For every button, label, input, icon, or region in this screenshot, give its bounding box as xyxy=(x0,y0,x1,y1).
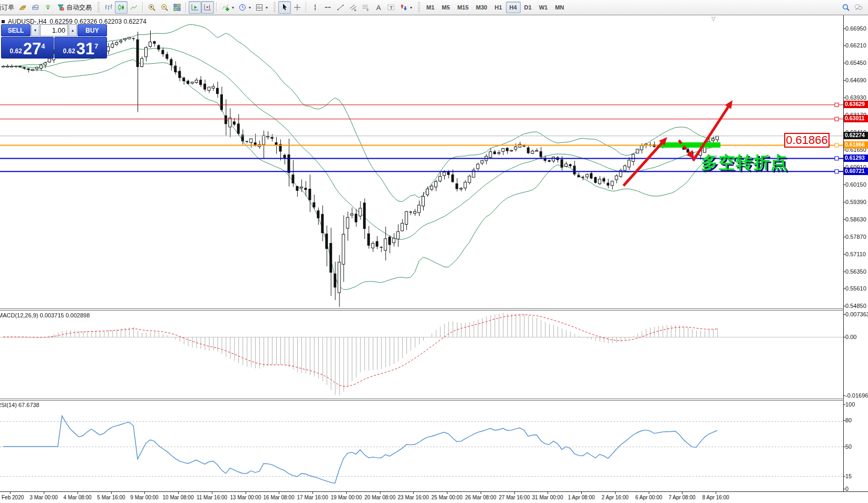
cursor-button[interactable] xyxy=(278,1,291,14)
time-tick-label: 23 Mar 16:00 xyxy=(398,495,429,500)
dropdown-caret-icon[interactable]: ▾ xyxy=(410,5,412,10)
crosshair-button[interactable] xyxy=(291,1,304,14)
price-chart-canvas[interactable] xyxy=(0,15,843,492)
time-tick-label: 17 Mar 16:00 xyxy=(297,495,328,500)
dropdown-caret-icon[interactable]: ▾ xyxy=(266,5,268,10)
timeframe-M1-label: M1 xyxy=(426,4,434,11)
time-tick-label: 31 Mar 00:00 xyxy=(532,495,563,500)
chart-shift-button[interactable] xyxy=(201,1,214,14)
tile-windows-button[interactable] xyxy=(171,1,183,14)
metaeditor-button[interactable] xyxy=(29,1,42,14)
time-tick-mark xyxy=(346,492,347,494)
time-tick-mark xyxy=(10,492,11,494)
time-tick-mark xyxy=(144,492,145,494)
pane-separator[interactable] xyxy=(0,310,868,311)
price-tick-label: 0.56350 xyxy=(845,268,866,275)
price-callout[interactable]: 0.61866 xyxy=(784,133,830,148)
sell-price[interactable]: 0.62 27 4 xyxy=(1,37,54,59)
dropdown-caret-icon[interactable]: ▾ xyxy=(249,5,251,10)
buy-button[interactable]: BUY xyxy=(77,24,107,36)
chat-button[interactable] xyxy=(852,1,865,14)
fibonacci-button[interactable]: F xyxy=(359,1,372,14)
annotation-text[interactable]: 多空转折点 xyxy=(701,151,788,175)
indicator-tick-label: 50 xyxy=(845,443,852,450)
price-tick-label: 0.54850 xyxy=(845,303,866,309)
timeframe-W1[interactable]: W1 xyxy=(535,2,552,13)
time-tick-mark xyxy=(682,492,682,494)
timeframe-H4[interactable]: H4 xyxy=(506,2,521,13)
timeframe-MN-label: MN xyxy=(555,4,564,11)
vertical-line-button[interactable] xyxy=(309,1,321,14)
dropdown-caret-icon[interactable]: ▾ xyxy=(232,5,234,10)
time-tick-mark xyxy=(514,492,515,494)
time-axis[interactable]: Feb 20203 Mar 00:004 Mar 08:005 Mar 16:0… xyxy=(0,492,868,503)
indicators-button[interactable]: ▾ xyxy=(219,1,236,14)
svg-text:A: A xyxy=(376,4,381,12)
timeframe-M5[interactable]: M5 xyxy=(438,2,453,13)
time-tick-mark xyxy=(279,492,279,494)
candlestick-chart-button[interactable] xyxy=(115,1,128,14)
bar-chart-button[interactable] xyxy=(102,1,115,14)
price-tick-label: 0.57870 xyxy=(845,234,866,240)
arrows-button[interactable]: ▾ xyxy=(397,1,414,14)
price-axis[interactable]: 0.669500.662100.654500.646900.639300.631… xyxy=(844,15,868,491)
equidistant-channel-button[interactable]: E xyxy=(347,1,359,14)
pane-separator[interactable] xyxy=(0,400,868,401)
timeframe-M1[interactable]: M1 xyxy=(423,2,438,13)
indicator-tick-label: 100 xyxy=(845,401,855,408)
time-tick-mark xyxy=(111,492,112,494)
line-chart-button[interactable] xyxy=(128,1,140,14)
chart-top-border xyxy=(0,15,868,15)
toolbar-separator xyxy=(186,2,187,13)
timeframe-H1-label: H1 xyxy=(494,4,502,11)
toolbar-handle[interactable] xyxy=(97,2,100,13)
text-button[interactable]: A xyxy=(372,1,385,14)
templates-button[interactable]: ▾ xyxy=(253,1,270,14)
time-tick-label: 7 Apr 08:00 xyxy=(668,495,695,500)
volume-decrease-button[interactable]: ▼ xyxy=(31,24,40,36)
time-tick-label: 4 Mar 08:00 xyxy=(63,495,91,500)
trendline-button[interactable] xyxy=(334,1,347,14)
new-order-button-label: 新订单 xyxy=(0,3,14,12)
timeframe-MN[interactable]: MN xyxy=(551,2,568,13)
toolbar-right xyxy=(840,1,865,14)
volume-input[interactable] xyxy=(40,24,68,36)
zoom-in-button[interactable] xyxy=(145,1,158,14)
timeframe-M15[interactable]: M15 xyxy=(454,2,472,13)
price-tick-label: 0.65450 xyxy=(845,60,866,66)
price-tick-label: 0.66950 xyxy=(845,25,866,32)
timeframe-D1-label: D1 xyxy=(524,4,532,11)
search-button[interactable] xyxy=(840,1,852,14)
pane-separator[interactable] xyxy=(0,399,868,399)
toolbar-handle[interactable] xyxy=(418,2,420,13)
price-tick-label: 0.58630 xyxy=(845,216,866,223)
toolbar-handle[interactable] xyxy=(274,2,276,13)
periods-button[interactable]: ▾ xyxy=(236,1,253,14)
time-tick-label: 19 Mar 00:00 xyxy=(331,495,362,500)
horizontal-line-button[interactable] xyxy=(321,1,334,14)
text-label-button[interactable]: T xyxy=(385,1,397,14)
timeframe-D1[interactable]: D1 xyxy=(521,2,535,13)
timeframe-M30[interactable]: M30 xyxy=(472,2,491,13)
autotrading-button[interactable]: 自动交易 xyxy=(54,1,94,14)
time-tick-mark xyxy=(413,492,414,494)
buy-price[interactable]: 0.62 31 7 xyxy=(54,37,107,59)
zoom-out-button[interactable] xyxy=(158,1,171,14)
time-tick-label: Feb 2020 xyxy=(2,495,24,500)
time-tick-label: 1 Apr 08:00 xyxy=(568,495,594,500)
gold-bar-button[interactable] xyxy=(16,1,29,14)
time-tick-mark xyxy=(246,492,246,494)
price-tick-label: 0.55610 xyxy=(845,285,866,292)
time-tick-label: 6 Apr 00:00 xyxy=(635,495,662,500)
chart-shift-marker[interactable]: ▽ xyxy=(711,16,716,22)
time-tick-label: 16 Mar 08:00 xyxy=(264,495,295,500)
auto-scroll-button[interactable] xyxy=(189,1,201,14)
signal-button[interactable] xyxy=(42,1,54,14)
volume-increase-button[interactable]: ▲ xyxy=(69,24,77,36)
sell-button[interactable]: SELL xyxy=(1,24,31,36)
pane-separator[interactable] xyxy=(0,308,868,309)
toolbar-separator xyxy=(142,2,143,13)
new-order-button[interactable]: 新订单 xyxy=(0,1,16,14)
timeframe-H1[interactable]: H1 xyxy=(491,2,505,13)
time-tick-mark xyxy=(649,492,649,494)
